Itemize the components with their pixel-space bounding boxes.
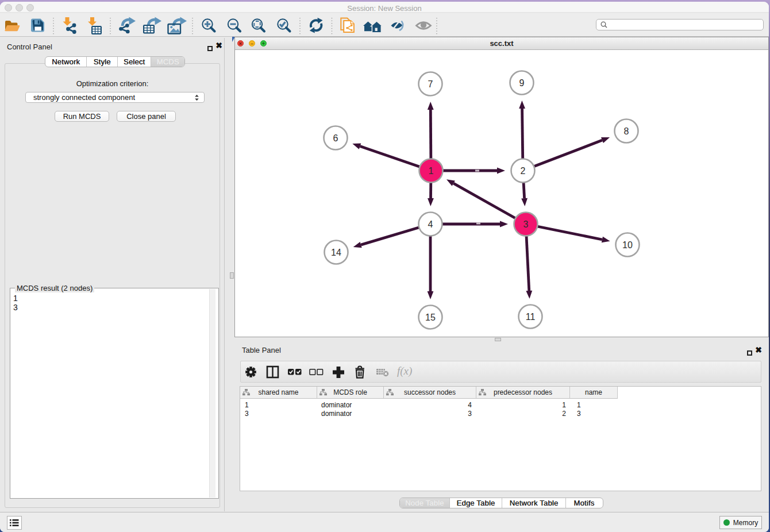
svg-text:9: 9 [519,78,525,88]
svg-text:8: 8 [624,126,629,136]
svg-text:10: 10 [622,240,633,250]
svg-text:6: 6 [333,133,338,143]
svg-text:4: 4 [428,219,433,229]
svg-text:1: 1 [429,166,434,176]
svg-text:7: 7 [428,79,433,89]
svg-text:14: 14 [331,248,341,257]
svg-text:2: 2 [521,166,526,176]
svg-text:11: 11 [526,312,536,322]
svg-text:15: 15 [425,313,436,322]
svg-text:3: 3 [523,219,529,229]
